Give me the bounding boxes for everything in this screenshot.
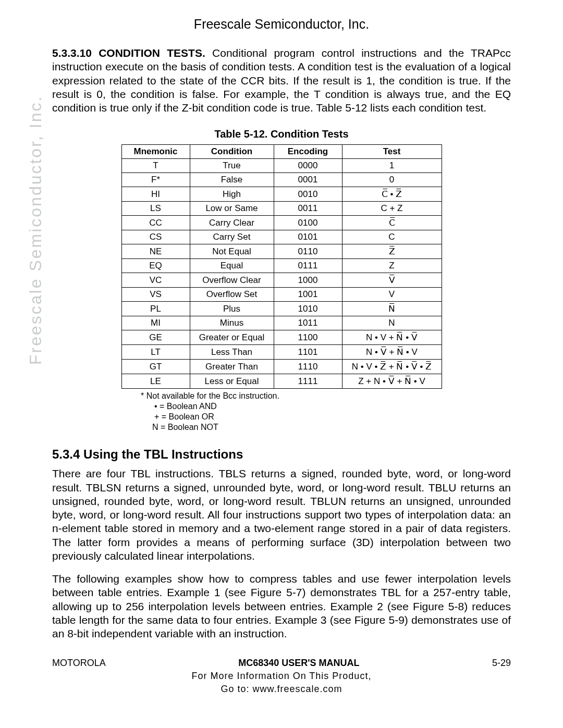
table-cell: T bbox=[121, 159, 190, 173]
table-cell: N̅ bbox=[342, 302, 442, 316]
table-cell: Overflow Set bbox=[190, 288, 274, 302]
table-cell: 1011 bbox=[274, 316, 342, 330]
table-cell: 1000 bbox=[274, 273, 342, 288]
table-footnotes: * Not available for the Bcc instruction.… bbox=[141, 391, 422, 433]
table-row: LSLow or Same0011C + Z bbox=[121, 202, 442, 216]
table-cell: Equal bbox=[190, 259, 274, 273]
table-cell: Z bbox=[342, 259, 442, 273]
table-cell: N • V • Z̅ + N̅ • V̅ • Z̅ bbox=[342, 360, 442, 374]
table-cell: 0100 bbox=[274, 216, 342, 230]
table-cell: 0000 bbox=[274, 159, 342, 173]
table-cell: GT bbox=[121, 360, 190, 374]
table-cell: Not Equal bbox=[190, 244, 274, 259]
page-footer: MOTOROLA MC68340 USER'S MANUAL 5-29 For … bbox=[52, 658, 511, 695]
table-cell: CS bbox=[121, 230, 190, 244]
table-header-row: Mnemonic Condition Encoding Test bbox=[121, 145, 442, 159]
table-row: MIMinus1011N bbox=[121, 316, 442, 330]
table-cell: VC bbox=[121, 273, 190, 288]
table-cell: C bbox=[342, 230, 442, 244]
table-cell: High bbox=[190, 187, 274, 202]
legend-not: N = Boolean NOT bbox=[141, 422, 422, 433]
table-cell: C̅ bbox=[342, 216, 442, 230]
table-cell: LS bbox=[121, 202, 190, 216]
paragraph-condition-tests: 5.3.3.10 CONDITION TESTS. Conditional pr… bbox=[52, 46, 511, 115]
paragraph-tbl-examples: The following examples show how to compr… bbox=[52, 572, 511, 640]
table-cell: 0011 bbox=[274, 202, 342, 216]
table-cell: 1010 bbox=[274, 302, 342, 316]
table-cell: EQ bbox=[121, 259, 190, 273]
table-cell: Carry Set bbox=[190, 230, 274, 244]
table-cell: 0101 bbox=[274, 230, 342, 244]
table-cell: LE bbox=[121, 374, 190, 389]
table-row: LELess or Equal1111Z + N • V̅ + N̅ • V bbox=[121, 374, 442, 389]
table-cell: N bbox=[342, 316, 442, 330]
footer-center: MC68340 USER'S MANUAL bbox=[106, 658, 492, 669]
table-row: CCCarry Clear0100C̅ bbox=[121, 216, 442, 230]
paragraph-tbl-intro: There are four TBL instructions. TBLS re… bbox=[52, 467, 511, 563]
table-cell: 1100 bbox=[274, 330, 342, 345]
table-caption: Table 5-12. Condition Tests bbox=[52, 128, 511, 140]
footnote-star: * Not available for the Bcc instruction. bbox=[141, 391, 422, 401]
table-cell: Z̅ bbox=[342, 244, 442, 259]
table-cell: 1 bbox=[342, 159, 442, 173]
table-row: VCOverflow Clear1000V̅ bbox=[121, 273, 442, 288]
condition-tests-table: Mnemonic Condition Encoding Test TTrue00… bbox=[121, 144, 442, 389]
table-cell: NE bbox=[121, 244, 190, 259]
table-cell: N • V̅ + N̅ • V bbox=[342, 345, 442, 360]
table-cell: PL bbox=[121, 302, 190, 316]
table-cell: True bbox=[190, 159, 274, 173]
table-row: TTrue00001 bbox=[121, 159, 442, 173]
table-cell: V bbox=[342, 288, 442, 302]
section-number-label: 5.3.3.10 CONDITION TESTS. bbox=[52, 47, 205, 59]
th-test: Test bbox=[342, 145, 442, 159]
table-cell: 0 bbox=[342, 173, 442, 187]
table-row: VSOverflow Set1001V bbox=[121, 288, 442, 302]
table-cell: 0001 bbox=[274, 173, 342, 187]
table-cell: 0111 bbox=[274, 259, 342, 273]
table-cell: VS bbox=[121, 288, 190, 302]
table-row: F*False00010 bbox=[121, 173, 442, 187]
table-cell: V̅ bbox=[342, 273, 442, 288]
footer-right: 5-29 bbox=[492, 658, 511, 669]
legend-or: + = Boolean OR bbox=[141, 412, 422, 422]
table-cell: Less or Equal bbox=[190, 374, 274, 389]
table-cell: Less Than bbox=[190, 345, 274, 360]
table-cell: 1101 bbox=[274, 345, 342, 360]
th-condition: Condition bbox=[190, 145, 274, 159]
footer-left: MOTOROLA bbox=[52, 658, 106, 669]
table-cell: Plus bbox=[190, 302, 274, 316]
legend-and: • = Boolean AND bbox=[141, 401, 422, 412]
page-header: Freescale Semiconductor, Inc. bbox=[52, 17, 511, 32]
table-cell: CC bbox=[121, 216, 190, 230]
footer-info-line-2: Go to: www.freescale.com bbox=[52, 684, 511, 695]
table-cell: Greater or Equal bbox=[190, 330, 274, 345]
table-cell: N • V + N̅ • V̅ bbox=[342, 330, 442, 345]
table-cell: GE bbox=[121, 330, 190, 345]
table-cell: 0110 bbox=[274, 244, 342, 259]
table-cell: Low or Same bbox=[190, 202, 274, 216]
section-heading: 5.3.4 Using the TBL Instructions bbox=[52, 447, 511, 462]
table-row: LTLess Than1101N • V̅ + N̅ • V bbox=[121, 345, 442, 360]
table-cell: 1111 bbox=[274, 374, 342, 389]
table-cell: LT bbox=[121, 345, 190, 360]
footer-info-line-1: For More Information On This Product, bbox=[52, 671, 511, 682]
table-cell: HI bbox=[121, 187, 190, 202]
table-cell: False bbox=[190, 173, 274, 187]
table-cell: Z + N • V̅ + N̅ • V bbox=[342, 374, 442, 389]
table-cell: 0010 bbox=[274, 187, 342, 202]
table-row: HIHigh0010C̅ • Z̅ bbox=[121, 187, 442, 202]
table-cell: Overflow Clear bbox=[190, 273, 274, 288]
table-row: GEGreater or Equal1100N • V + N̅ • V̅ bbox=[121, 330, 442, 345]
table-row: CSCarry Set0101C bbox=[121, 230, 442, 244]
table-cell: 1001 bbox=[274, 288, 342, 302]
table-cell: MI bbox=[121, 316, 190, 330]
table-row: PLPlus1010N̅ bbox=[121, 302, 442, 316]
table-cell: C̅ • Z̅ bbox=[342, 187, 442, 202]
table-cell: Greater Than bbox=[190, 360, 274, 374]
table-cell: 1110 bbox=[274, 360, 342, 374]
table-cell: F* bbox=[121, 173, 190, 187]
th-mnemonic: Mnemonic bbox=[121, 145, 190, 159]
table-row: NENot Equal0110Z̅ bbox=[121, 244, 442, 259]
th-encoding: Encoding bbox=[274, 145, 342, 159]
table-cell: C + Z bbox=[342, 202, 442, 216]
